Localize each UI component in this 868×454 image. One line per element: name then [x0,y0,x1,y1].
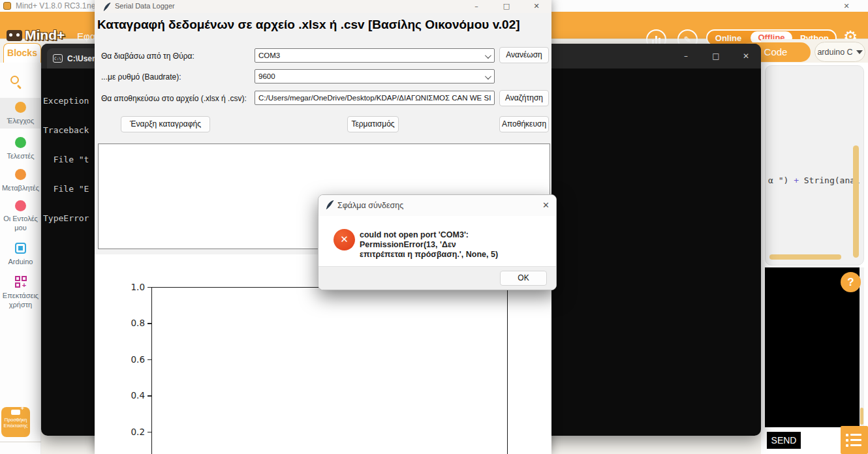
terminal-minimize-icon[interactable]: – [671,44,701,68]
plot-left-spine [151,287,152,454]
list-icon[interactable] [841,426,868,454]
extensions-icon[interactable]: + [15,276,27,288]
mindplus-window-title: Mind+ V1.8.0 RC3.1 [16,1,86,10]
logger-heading: Καταγραφή δεδομένων σε αρχείο .xlsx ή .c… [97,18,550,32]
ytick-label: 0.8 [119,318,145,328]
tab-blocks[interactable]: Blocks [3,43,41,63]
mode-online[interactable]: Online [707,33,749,43]
terminal-maximize-icon[interactable]: □ [701,44,731,68]
add-extension-label-1: Προσθήκη [1,417,30,423]
terminal-output: Exception Traceback File "t File "E Type… [43,76,89,243]
dialog-title: Σφάλμα σύνδεσης [337,201,403,210]
arduino-chip-icon[interactable] [15,243,26,254]
error-icon: ✕ [333,229,355,250]
monitor-scrollbar-thumb[interactable] [860,408,863,425]
code-preview-panel: α ") + String(anal [765,65,864,265]
file-path-input[interactable]: C:/Users/megar/OneDrive/Desktop/KDAP/ΔΙΑ… [255,91,495,105]
add-extension-button[interactable]: Προσθήκη Επέκτασης [1,407,30,437]
baudrate-label: ...με ρυθμό (Baudrate): [101,72,181,82]
ytick-label: 0.2 [119,427,145,437]
dialog-close-icon[interactable]: ✕ [542,200,550,210]
chevron-down-icon [485,73,491,80]
port-value: COM3 [258,52,280,59]
logger-minimize-icon[interactable]: – [461,0,491,13]
ok-button[interactable]: OK [500,271,547,286]
robot-plus-icon [11,410,20,415]
sidebar-item-operators[interactable]: Τελεστές [0,151,41,160]
help-button[interactable]: ? [841,272,861,292]
baudrate-combobox[interactable]: 9600 [255,69,495,83]
save-button[interactable]: Αποθήκευση [499,116,549,132]
dialog-footer: OK [318,266,556,290]
category-icon-my-blocks[interactable] [15,200,26,211]
mindplus-close-icon[interactable]: ✕ [835,0,858,12]
category-icon-operators[interactable] [15,137,26,148]
ytick-label: 0.4 [119,390,145,401]
category-icon-variables[interactable] [15,169,26,180]
python-feather-icon [326,200,334,209]
screen: Mind+ V1.8.0 RC3.1 ne ✕ Mind+ Εφαρμ ✎ On… [0,0,868,454]
mindplus-logo: Mind+ [7,27,65,43]
terminal-line: File "t [43,155,89,164]
sidebar-item-my-blocks[interactable]: Οι Εντολές μου [0,214,41,234]
dialog-titlebar[interactable]: Σφάλμα σύνδεσης ✕ [318,195,556,216]
add-extension-label-2: Επέκτασης [1,423,30,429]
terminal-line: Traceback [43,125,89,135]
plot-right-spine [507,287,508,454]
logger-close-icon[interactable]: ✕ [521,0,551,13]
stop-button[interactable]: Τερματισμός [347,116,399,132]
search-icon[interactable] [10,76,19,84]
sidebar-item-variables[interactable]: Μεταβλητές [0,183,41,192]
python-feather-icon [103,3,111,11]
ytick-label: 0.6 [119,354,145,365]
sidebar-divider [0,442,41,442]
browse-button[interactable]: Αναζήτηση [499,90,549,106]
sidebar-item-control[interactable]: Έλεγχος [0,116,41,125]
error-message: could not open port 'COM3': PermissionEr… [360,230,548,260]
connection-error-dialog: Σφάλμα σύνδεσης ✕ ✕ could not open port … [318,194,557,290]
sidebar-item-arduino[interactable]: Arduino [0,257,41,266]
board-selector-label: arduino C [817,48,852,57]
terminal-line: Exception [43,96,89,106]
terminal-close-icon[interactable]: ✕ [731,44,761,68]
terminal-line: File "E [43,184,89,194]
port-combobox[interactable]: COM3 [255,48,495,63]
category-icon-control[interactable] [15,102,26,113]
chevron-down-icon [485,52,491,59]
file-label: Θα αποθηκεύσω στο αρχείο (.xlsx ή .csv): [101,94,247,103]
board-selector[interactable]: arduino C [814,42,865,62]
port-label: Θα διαβάσω από τη Θύρα: [101,52,194,61]
send-button[interactable]: SEND [767,432,801,449]
logger-window-title: Serial Data Logger [115,2,175,10]
mindplus-robot-icon [7,30,22,41]
chevron-down-icon [856,50,863,54]
mindplus-app-icon [3,2,11,10]
refresh-button[interactable]: Ανανέωση [499,47,549,63]
code-line: α ") + String(anal [768,175,860,185]
start-logging-button[interactable]: Έναρξη καταγραφής [121,116,210,132]
chart-icon-bars [652,35,660,44]
sidebar-item-user-extensions[interactable]: Επεκτάσεις χρήστη [0,291,41,310]
ytick-label: 1.0 [119,282,145,292]
code-vertical-scrollbar[interactable] [853,145,859,258]
cmd-icon: C:\ [53,54,63,63]
mindplus-logo-text: Mind+ [25,27,65,43]
monitor-scrollbar-track[interactable] [860,267,864,427]
terminal-line: TypeError [43,213,89,223]
baudrate-value: 9600 [258,72,275,80]
code-horizontal-scrollbar[interactable] [769,254,841,260]
logger-maximize-icon[interactable]: □ [491,0,521,13]
logger-titlebar[interactable]: Serial Data Logger – □ ✕ [95,0,551,13]
